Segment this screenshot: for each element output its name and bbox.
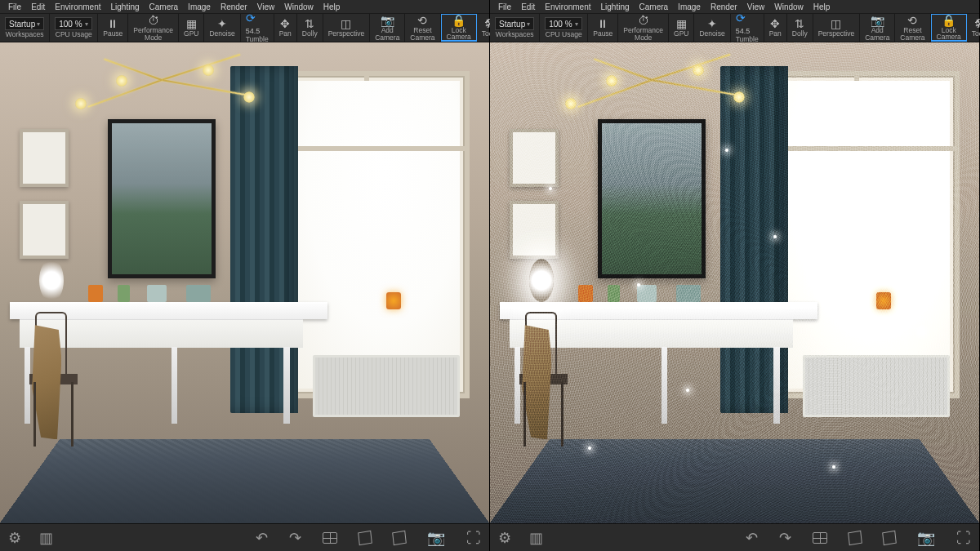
settings-icon[interactable]: ⚙ <box>8 531 21 545</box>
pan-icon: ✥ <box>280 18 290 29</box>
add-camera-button[interactable]: 📷 AddCamera <box>860 14 895 42</box>
cpu-usage-control[interactable]: 100 % CPU Usage <box>540 14 588 42</box>
performance-mode-button[interactable]: ⏱ PerformanceMode <box>128 14 179 42</box>
lock-camera-button[interactable]: 🔒 LockCamera <box>931 14 967 42</box>
bottom-toolbar: ⚙ ▥ ↶ ↷ 📷 ⛶ <box>0 523 489 551</box>
undo-icon[interactable]: ↶ <box>256 531 268 545</box>
tools-icon: 🛠 <box>974 18 980 29</box>
cpu-usage-label: CPU Usage <box>56 31 92 38</box>
render-viewport-left[interactable] <box>0 42 489 523</box>
render-viewport-right[interactable] <box>490 42 979 523</box>
snapshot-icon[interactable]: 📷 <box>427 531 445 545</box>
menu-view[interactable]: View <box>252 2 280 12</box>
cpu-usage-dropdown[interactable]: 100 % <box>545 17 582 30</box>
tumble-button[interactable]: ⟳ 54.5 Tumble <box>731 14 764 42</box>
menu-file[interactable]: File <box>493 2 516 12</box>
pause-button[interactable]: ⏸ Pause <box>588 14 618 42</box>
cpu-usage-label: CPU Usage <box>546 31 582 38</box>
sparkle-icon: ✦ <box>707 18 717 29</box>
menu-help[interactable]: Help <box>318 2 345 12</box>
gpu-icon: ▦ <box>676 18 687 29</box>
add-camera-button[interactable]: 📷 AddCamera <box>370 14 405 42</box>
menu-bar: File Edit Environment Lighting Camera Im… <box>0 0 489 13</box>
geometry-icon[interactable] <box>849 531 862 544</box>
pan-button[interactable]: ✥ Pan <box>764 14 787 42</box>
fullscreen-icon[interactable]: ⛶ <box>466 531 481 545</box>
bottom-toolbar: ⚙ ▥ ↶ ↷ 📷 ⛶ <box>490 523 979 551</box>
gauge-icon: ⏱ <box>148 15 159 26</box>
menu-image[interactable]: Image <box>183 2 216 12</box>
dolly-button[interactable]: ⇅ Dolly <box>297 14 323 42</box>
camera-lock-icon: 🔒 <box>452 15 466 26</box>
reset-camera-button[interactable]: ⟲ ResetCamera <box>405 14 440 42</box>
camera-reset-icon: ⟲ <box>417 15 427 26</box>
menu-file[interactable]: File <box>3 2 26 12</box>
dolly-button[interactable]: ⇅ Dolly <box>787 14 813 42</box>
menu-help[interactable]: Help <box>808 2 835 12</box>
menu-view[interactable]: View <box>742 2 770 12</box>
menu-bar: File Edit Environment Lighting Camera Im… <box>490 0 979 13</box>
undo-icon[interactable]: ↶ <box>746 531 758 545</box>
camera-add-icon: 📷 <box>381 15 394 26</box>
menu-lighting[interactable]: Lighting <box>106 2 145 12</box>
menu-camera[interactable]: Camera <box>635 2 674 12</box>
pan-button[interactable]: ✥ Pan <box>274 14 297 42</box>
redo-icon[interactable]: ↷ <box>779 531 791 545</box>
workspace-selector[interactable]: Startup Workspaces <box>490 14 540 42</box>
tumble-button[interactable]: ⟳ 54.5 Tumble <box>241 14 274 42</box>
perspective-button[interactable]: ◫ Perspective <box>813 14 860 42</box>
cpu-usage-dropdown[interactable]: 100 % <box>55 17 92 30</box>
denoise-button[interactable]: ✦ Denoise <box>694 14 730 42</box>
tools-button[interactable]: 🛠 Tools <box>967 14 980 42</box>
menu-window[interactable]: Window <box>279 2 318 12</box>
lock-camera-button[interactable]: 🔒 LockCamera <box>441 14 477 42</box>
cpu-usage-control[interactable]: 100 % CPU Usage <box>50 14 98 42</box>
scene-interior-noisy <box>490 42 979 523</box>
main-toolbar: Startup Workspaces 100 % CPU Usage ⏸ Pau… <box>0 13 489 42</box>
redo-icon[interactable]: ↷ <box>289 531 301 545</box>
gpu-button[interactable]: ▦ GPU <box>669 14 694 42</box>
gpu-icon: ▦ <box>186 18 197 29</box>
menu-window[interactable]: Window <box>769 2 808 12</box>
dolly-icon: ⇅ <box>795 18 804 29</box>
menu-edit[interactable]: Edit <box>516 2 540 12</box>
fullscreen-icon[interactable]: ⛶ <box>956 531 971 545</box>
menu-render[interactable]: Render <box>706 2 742 12</box>
menu-image[interactable]: Image <box>673 2 706 12</box>
wireframe-toggle-icon[interactable] <box>323 532 337 544</box>
dolly-icon: ⇅ <box>305 18 314 29</box>
perspective-button[interactable]: ◫ Perspective <box>323 14 370 42</box>
geometry-icon-2[interactable] <box>883 531 896 544</box>
camera-lock-icon: 🔒 <box>942 15 956 26</box>
menu-environment[interactable]: Environment <box>50 2 105 12</box>
pause-button[interactable]: ⏸ Pause <box>98 14 128 42</box>
workspace-selector[interactable]: Startup Workspaces <box>0 14 50 42</box>
snapshot-icon[interactable]: 📷 <box>917 531 935 545</box>
menu-camera[interactable]: Camera <box>145 2 184 12</box>
menu-lighting[interactable]: Lighting <box>596 2 635 12</box>
reset-camera-button[interactable]: ⟲ ResetCamera <box>895 14 930 42</box>
wireframe-toggle-icon[interactable] <box>813 532 827 544</box>
sparkle-icon: ✦ <box>217 18 227 29</box>
performance-mode-button[interactable]: ⏱ PerformanceMode <box>618 14 669 42</box>
rotate-icon: ⟳ 54.5 <box>246 12 269 35</box>
camera-add-icon: 📷 <box>871 15 884 26</box>
settings-icon[interactable]: ⚙ <box>498 531 511 545</box>
menu-edit[interactable]: Edit <box>26 2 50 12</box>
denoise-button[interactable]: ✦ Denoise <box>204 14 240 42</box>
library-icon[interactable]: ▥ <box>529 531 543 545</box>
gpu-button[interactable]: ▦ GPU <box>179 14 204 42</box>
perspective-icon: ◫ <box>831 18 841 29</box>
pause-icon: ⏸ <box>107 18 118 29</box>
main-toolbar: Startup Workspaces 100 % CPU Usage ⏸ Pau… <box>490 13 979 42</box>
workspace-dropdown[interactable]: Startup <box>495 17 534 30</box>
menu-environment[interactable]: Environment <box>540 2 595 12</box>
workspace-dropdown[interactable]: Startup <box>5 17 44 30</box>
perspective-icon: ◫ <box>341 18 351 29</box>
geometry-icon-2[interactable] <box>393 531 406 544</box>
library-icon[interactable]: ▥ <box>39 531 53 545</box>
rotate-icon: ⟳ 54.5 <box>736 12 759 35</box>
menu-render[interactable]: Render <box>216 2 252 12</box>
geometry-icon[interactable] <box>359 531 372 544</box>
pan-icon: ✥ <box>770 18 780 29</box>
